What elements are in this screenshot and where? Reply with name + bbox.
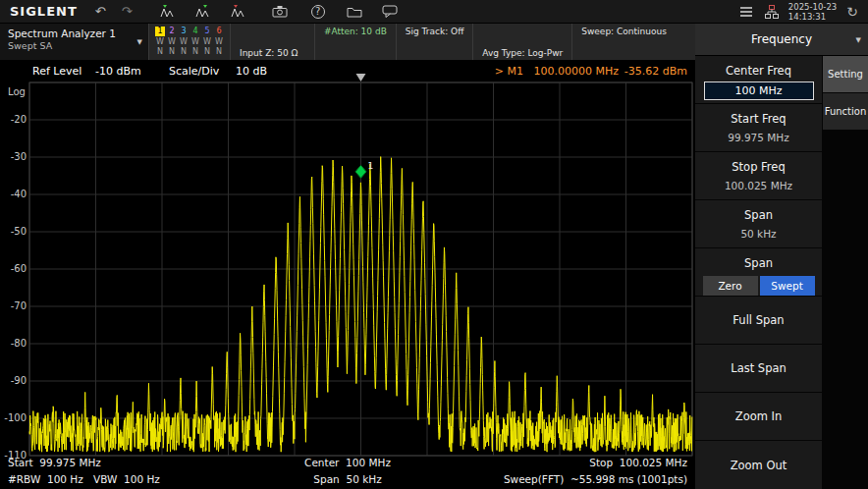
- start-freq-button[interactable]: Start Freq 99.975 MHz: [695, 104, 822, 151]
- panel-title: Frequency: [751, 32, 812, 46]
- statusbar: Spectrum Analyzer 1 Swept SA ▼ 1 2 3 4 5…: [0, 24, 695, 61]
- chevron-down-icon: ▼: [137, 38, 142, 46]
- scale-div-label[interactable]: Scale/Div: [169, 65, 219, 78]
- panel-buttons: Center Freq 100 MHz Start Freq 99.975 MH…: [695, 56, 822, 489]
- frequency-menu-header[interactable]: Frequency ▼: [695, 24, 868, 56]
- trace-state[interactable]: N: [179, 47, 189, 56]
- ref-level-value[interactable]: -10 dBm: [95, 65, 141, 78]
- trace-number[interactable]: 6: [214, 27, 224, 36]
- avg-trig-status[interactable]: Avg Type: Log-Pwr Trig: Free Run: [473, 24, 572, 60]
- sweep-time-readout[interactable]: Sweep(FFT) ~55.998 ms (1001pts): [504, 473, 687, 485]
- message-icon[interactable]: [382, 5, 398, 18]
- button-label: Stop Freq: [732, 160, 785, 174]
- tab-function[interactable]: Function: [823, 93, 868, 130]
- trace-state[interactable]: N: [155, 47, 165, 56]
- button-label: Center Freq: [726, 64, 791, 78]
- reset-icon[interactable]: ↻: [846, 0, 858, 24]
- trace-status-table[interactable]: 1 2 3 4 5 6 W W W W W W N N N N N N: [149, 24, 231, 60]
- titlebar: SIGLENT ↶ ↷ ? 2025-10-23 14: [0, 0, 868, 24]
- trace-mode[interactable]: W: [167, 37, 177, 46]
- bandwidth-row: #RBW 100 Hz VBW 100 Hz Span 50 kHz Sweep…: [0, 473, 695, 489]
- y-tick-label: -30: [0, 151, 27, 162]
- display-header-row: Ref Level -10 dBm Scale/Div 10 dB > M1 1…: [0, 61, 695, 82]
- button-label: Zoom Out: [731, 459, 787, 472]
- trace-state[interactable]: N: [167, 47, 177, 56]
- signal-track-status[interactable]: Sig Track: Off: [397, 24, 474, 60]
- trace-state[interactable]: N: [214, 47, 224, 56]
- input-config-status[interactable]: Input Z: 50 Ω Freq Ref: Int(S) Corr: Off: [231, 24, 315, 60]
- trace-number[interactable]: 3: [179, 27, 189, 36]
- button-label: Zoom In: [735, 409, 783, 423]
- screenshot-icon[interactable]: [272, 5, 288, 18]
- marker-diamond[interactable]: [355, 165, 366, 178]
- marker-readout-level: -35.62 dBm: [624, 65, 687, 78]
- peak-table-icon[interactable]: [195, 5, 211, 19]
- button-label: Last Span: [731, 361, 787, 375]
- last-span-button[interactable]: Last Span: [695, 345, 822, 392]
- trace-number[interactable]: 2: [167, 27, 177, 36]
- chevron-down-icon: ▼: [856, 36, 861, 44]
- marker-label: 1: [368, 161, 374, 171]
- stop-freq-label[interactable]: Stop 100.025 MHz: [589, 457, 687, 468]
- button-label: Full Span: [732, 313, 784, 327]
- datetime: 2025-10-23 14:13:31: [788, 2, 837, 22]
- y-tick-label: -60: [0, 263, 27, 274]
- trace-mode[interactable]: W: [155, 37, 165, 46]
- trace-number[interactable]: 4: [190, 27, 200, 36]
- redo-icon[interactable]: ↷: [122, 0, 133, 24]
- zoom-out-button[interactable]: Zoom Out: [695, 441, 822, 489]
- help-icon[interactable]: ?: [311, 5, 325, 19]
- time-text: 14:13:31: [788, 12, 837, 22]
- span-toggle-zero[interactable]: Zero: [703, 276, 758, 296]
- y-tick-label: -100: [0, 412, 27, 423]
- plot-area[interactable]: 1: [29, 82, 692, 456]
- app-selector[interactable]: Spectrum Analyzer 1 Swept SA ▼: [0, 24, 149, 60]
- button-label: Span: [744, 256, 773, 270]
- menu-icon[interactable]: [739, 6, 753, 18]
- span-button[interactable]: Span 50 kHz: [695, 200, 822, 247]
- y-tick-label: -90: [0, 375, 27, 386]
- sweep-status[interactable]: Sweep: Continuous: [572, 24, 676, 60]
- y-tick-label: -40: [0, 189, 27, 199]
- y-tick-label: -70: [0, 300, 27, 311]
- y-tick-label: -20: [0, 114, 27, 125]
- span-toggle-swept[interactable]: Swept: [760, 276, 815, 296]
- marker-readout-freq: 100.00000 MHz: [533, 65, 619, 78]
- peak-search-icon[interactable]: [160, 5, 176, 19]
- center-freq-value[interactable]: 100 MHz: [704, 82, 814, 100]
- trace-mode[interactable]: W: [190, 37, 200, 46]
- trace-mode[interactable]: W: [202, 37, 212, 46]
- lan-status-icon[interactable]: [765, 5, 779, 19]
- attenuation-status[interactable]: #Atten: 10 dB: [315, 24, 397, 60]
- span-mode-button: Span Zero Swept: [695, 248, 822, 296]
- spectrum-analyzer-screen: SIGLENT ↶ ↷ ? 2025-10-23 14: [0, 0, 868, 489]
- button-value: 100.025 MHz: [725, 180, 792, 191]
- trace-number[interactable]: 5: [202, 27, 212, 36]
- ref-level-label[interactable]: Ref Level: [32, 65, 81, 78]
- trace-mode[interactable]: W: [179, 37, 189, 46]
- marker-peak-icon[interactable]: [231, 5, 246, 19]
- full-span-button[interactable]: Full Span: [695, 297, 822, 344]
- zoom-in-button[interactable]: Zoom In: [695, 393, 822, 440]
- x-axis-labels: Start 99.975 MHz Center 100 MHz Stop 100…: [0, 457, 695, 472]
- trace-number[interactable]: 1: [155, 27, 165, 36]
- app-mode: Swept SA: [8, 40, 142, 51]
- center-freq-button[interactable]: Center Freq 100 MHz: [695, 56, 822, 103]
- input-impedance-status: Input Z: 50 Ω: [240, 48, 305, 59]
- file-manager-icon[interactable]: [347, 6, 362, 18]
- trace-state[interactable]: N: [190, 47, 200, 56]
- undo-icon[interactable]: ↶: [95, 0, 106, 24]
- stop-freq-button[interactable]: Stop Freq 100.025 MHz: [695, 152, 822, 199]
- display-area: Ref Level -10 dBm Scale/Div 10 dB > M1 1…: [0, 61, 695, 489]
- scale-div-value[interactable]: 10 dB: [236, 65, 267, 78]
- y-tick-label: -50: [0, 226, 27, 237]
- trace-state[interactable]: N: [202, 47, 212, 56]
- app-name: Spectrum Analyzer 1: [8, 27, 142, 39]
- marker-readout-prefix: > M1: [495, 65, 523, 78]
- button-label: Span: [744, 208, 773, 222]
- frequency-menu-panel: Frequency ▼ Center Freq 100 MHz Start Fr…: [695, 24, 868, 489]
- tab-setting[interactable]: Setting: [823, 56, 868, 92]
- button-label: Start Freq: [731, 112, 786, 126]
- amplitude-scale-label: Log: [8, 86, 26, 97]
- trace-mode[interactable]: W: [214, 37, 224, 46]
